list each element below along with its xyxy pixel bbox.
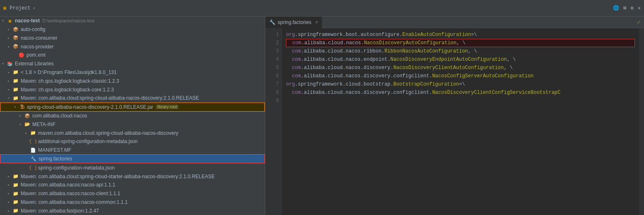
nacos-test-label: nacos-test <box>15 18 40 24</box>
line3-text: com.alibaba.cloud.nacos.ribbon.RibbonNac… <box>286 47 477 55</box>
jar-icon: 🗜 <box>19 104 25 110</box>
nacos-api-label: Maven: com.alibaba.nacos:nacos-api:1.1.1 <box>21 182 115 188</box>
jar-icon: 📁 <box>12 208 19 214</box>
project-icon: ▣ <box>7 17 13 24</box>
nacos-discovery-maven-label: Maven: com.alibaba.cloud:spring-cloud-al… <box>21 95 199 101</box>
project-tree[interactable]: ▣ nacos-test D:\workspaces\nacos-test 📦 … <box>0 17 265 215</box>
tree-item-nacos-consumer[interactable]: 📦 nacos-consumer <box>0 34 265 43</box>
arrow-nacos-client <box>7 191 12 196</box>
tree-item-logback-core[interactable]: 📁 Maven: ch.qos.logback:logback-core:1.2… <box>0 85 265 94</box>
tree-item-pom-xml[interactable]: 🔴 pom.xml <box>0 51 265 60</box>
tree-item-nacos-test[interactable]: ▣ nacos-test D:\workspaces\nacos-test <box>0 17 265 25</box>
tab-spring-factories-label: spring.factories <box>278 19 311 25</box>
arrow-maven-discovery <box>25 131 29 136</box>
right-gutter <box>639 28 644 215</box>
line-num-8: 8 <box>265 88 279 97</box>
chevron-down-icon[interactable]: ▾ <box>33 6 36 11</box>
code-line-2: com.alibaba.cloud.nacos.NacosDiscoveryAu… <box>286 39 635 47</box>
tree-item-com-alibaba-cloud-nacos[interactable]: 📦 com.alibaba.cloud.nacos <box>0 112 265 120</box>
split-icon[interactable]: ⊞ <box>623 5 626 11</box>
line-num-5: 5 <box>265 64 279 72</box>
line1-text: org.springframework.boot.autoconfigure.E… <box>286 31 477 39</box>
code-line-9 <box>286 97 635 105</box>
tree-item-nacos-starter[interactable]: 📁 Maven: com.alibaba.cloud:spring-cloud-… <box>0 172 265 181</box>
tree-item-spring-config-metadata[interactable]: { } spring-configuration-metadata.json <box>0 163 265 172</box>
nacos-starter-label: Maven: com.alibaba.cloud:spring-cloud-st… <box>21 174 215 179</box>
tree-item-maven-discovery-folder[interactable]: 📁 maven.com.alibaba.cloud.spring-cloud-a… <box>0 129 265 137</box>
maven-icon: 🔴 <box>18 52 25 58</box>
code-line-4: com.alibaba.cloud.nacos.endpoint.NacosDi… <box>286 55 635 64</box>
tree-item-nacos-discovery-jar[interactable]: 🗜 spring-cloud-alibaba-nacos-discovery-2… <box>0 103 265 112</box>
tab-close-button[interactable]: × <box>315 19 318 25</box>
external-icon: 📚 <box>7 60 13 67</box>
arrow-logback-classic <box>7 79 12 84</box>
arrow-nacos-common <box>7 200 12 205</box>
project-label: Project <box>10 5 30 11</box>
line7-text: org.springframework.cloud.bootstrap.Boot… <box>286 80 465 88</box>
arrow-nacos-consumer <box>7 36 12 41</box>
json-icon: { } <box>30 138 36 145</box>
line-num-6: 6 <box>265 72 279 80</box>
line-num-7: 7 <box>265 80 279 88</box>
arrow-nacos-api <box>7 182 12 187</box>
package-icon: 📦 <box>24 112 31 119</box>
additional-spring-config-label: additional-spring-configuration-metadata… <box>38 139 138 144</box>
manifest-icon: 📄 <box>30 147 36 153</box>
arrow-meta-inf <box>19 122 23 127</box>
logback-core-label: Maven: ch.qos.logback:logback-core:1.2.3 <box>21 87 114 93</box>
tree-item-spring-factories[interactable]: 🔧 spring.factories <box>0 154 265 163</box>
code-line-5: com.alibaba.cloud.nacos.discovery.NacosD… <box>286 64 635 72</box>
tree-item-fastjson[interactable]: 📁 Maven: com.alibaba:fastjson:1.2.47 <box>0 206 265 215</box>
project-title: ▣ Project ▾ <box>3 5 36 11</box>
toolbar-icons: 🌐 ⊞ ⚙ ✕ <box>613 5 641 11</box>
tree-item-nacos-client[interactable]: 📁 Maven: com.alibaba.nacos:nacos-client:… <box>0 189 265 198</box>
editor-area: 1 2 3 4 5 6 7 8 9 org.springframework.bo… <box>265 28 644 215</box>
code-line-7: org.springframework.cloud.bootstrap.Boot… <box>286 80 635 88</box>
tab-spring-factories[interactable]: 🔧 spring.factories × <box>265 17 322 28</box>
arrow-nacos-discovery-maven <box>7 96 12 100</box>
tree-item-nacos-common[interactable]: 📁 Maven: com.alibaba.nacos:nacos-common:… <box>0 198 265 207</box>
arrow-com-alibaba <box>19 113 23 118</box>
line5-text: com.alibaba.cloud.nacos.discovery.NacosD… <box>286 64 513 72</box>
folder-icon: 📂 <box>24 121 31 128</box>
arrow-fastjson <box>7 208 12 213</box>
tree-item-meta-inf[interactable]: 📂 META-INF <box>0 120 265 129</box>
globe-icon[interactable]: 🌐 <box>613 5 619 11</box>
nacos-client-label: Maven: com.alibaba.nacos:nacos-client:1.… <box>21 191 120 196</box>
pom-xml-label: pom.xml <box>27 52 45 58</box>
spring-factories-label: spring.factories <box>39 156 72 162</box>
close-icon[interactable]: ✕ <box>638 5 641 11</box>
jdk18-label: < 1.8 > D:\Program Files\Java\jdk1.8.0_1… <box>21 69 116 75</box>
tree-item-nacos-api[interactable]: 📁 Maven: com.alibaba.nacos:nacos-api:1.1… <box>0 181 265 189</box>
tree-item-additional-spring-config[interactable]: { } additional-spring-configuration-meta… <box>0 137 265 146</box>
tree-item-nacos-discovery-maven[interactable]: 📁 Maven: com.alibaba.cloud:spring-cloud-… <box>0 94 265 103</box>
nacos-discovery-jar-label: spring-cloud-alibaba-nacos-discovery-2.1… <box>27 104 153 110</box>
nacos-provider-label: nacos-provider <box>21 44 53 50</box>
code-editor[interactable]: org.springframework.boot.autoconfigure.E… <box>282 28 639 215</box>
tab-factories-icon: 🔧 <box>269 19 276 25</box>
line8-text: com.alibaba.cloud.nacos.discovery.config… <box>286 88 561 97</box>
tree-item-external-libraries[interactable]: 📚 External Libraries <box>0 60 265 68</box>
line-num-1: 1 <box>265 31 279 39</box>
spring-config-metadata-label: spring-configuration-metadata.json <box>38 165 115 171</box>
auto-config-label: auto-config <box>21 26 45 32</box>
arrow-nacos-starter <box>7 174 12 179</box>
tree-item-manifest-mf[interactable]: 📄 MANIFEST.MF <box>0 146 265 155</box>
line9-text <box>286 97 289 105</box>
line6-text: com.alibaba.cloud.nacos.discovery.config… <box>286 72 534 80</box>
tree-item-nacos-provider[interactable]: 📦 nacos-provider <box>0 42 265 51</box>
folder-icon: 📁 <box>30 130 36 136</box>
tree-item-auto-config[interactable]: 📦 auto-config <box>0 25 265 34</box>
code-line-6: com.alibaba.cloud.nacos.discovery.config… <box>286 72 635 80</box>
tree-item-jdk18[interactable]: 📁 < 1.8 > D:\Program Files\Java\jdk1.8.0… <box>0 68 265 77</box>
tree-item-logback-classic[interactable]: 📁 Maven: ch.qos.logback:logback-classic:… <box>0 76 265 85</box>
checkmark-icon: ✓ <box>637 19 644 26</box>
line-num-2: 2 <box>265 39 279 47</box>
nacos-common-label: Maven: com.alibaba.nacos:nacos-common:1.… <box>21 199 128 205</box>
meta-inf-label: META-INF <box>32 122 56 127</box>
top-bar: ▣ Project ▾ 🌐 ⊞ ⚙ ✕ <box>0 0 644 17</box>
gear-icon[interactable]: ⚙ <box>631 5 634 11</box>
manifest-mf-label: MANIFEST.MF <box>38 147 71 153</box>
line-numbers: 1 2 3 4 5 6 7 8 9 <box>265 28 282 215</box>
library-root-badge: library root <box>156 105 179 109</box>
